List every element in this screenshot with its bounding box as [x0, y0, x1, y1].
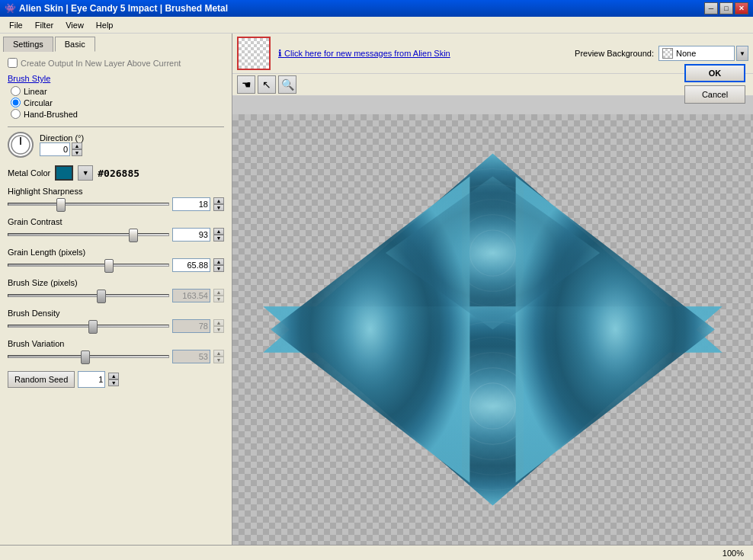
- brush-density-row: Brush Density ▲ ▼: [8, 309, 224, 333]
- linear-radio-row: Linear: [11, 86, 224, 96]
- brush-style-group: Linear Circular Hand-Brushed: [8, 86, 224, 119]
- menu-help[interactable]: Help: [90, 19, 120, 31]
- highlight-sharpness-spinner: ▲ ▼: [213, 197, 224, 211]
- menu-view[interactable]: View: [59, 19, 90, 31]
- brush-variation-control: ▲ ▼: [8, 350, 224, 363]
- bg-dropdown-arrow[interactable]: ▼: [736, 46, 748, 61]
- left-panel: Settings Basic Create Output In New Laye…: [0, 34, 232, 545]
- highlight-sharpness-down[interactable]: ▼: [213, 204, 224, 211]
- grain-length-thumb[interactable]: [104, 259, 114, 273]
- direction-label-group: Direction (°) ▲ ▼: [40, 133, 84, 156]
- ok-button[interactable]: OK: [684, 64, 745, 82]
- grain-contrast-row: Grain Contrast ▲ ▼: [8, 217, 224, 242]
- brush-density-down: ▼: [213, 326, 224, 333]
- grain-contrast-up[interactable]: ▲: [213, 228, 224, 235]
- direction-down-btn[interactable]: ▼: [72, 149, 82, 156]
- linear-label: Linear: [24, 87, 47, 96]
- app-icon: 👾: [5, 3, 16, 14]
- grain-length-control: ▲ ▼: [8, 258, 224, 272]
- brush-density-control: ▲ ▼: [8, 319, 224, 333]
- hand-brushed-radio-row: Hand-Brushed: [11, 109, 224, 119]
- bg-pattern-icon: [662, 48, 673, 59]
- grain-length-track[interactable]: [8, 264, 169, 267]
- ok-cancel-area: OK Cancel: [684, 64, 745, 104]
- right-panel: OK Cancel ℹ Click here for new messages …: [232, 34, 753, 545]
- brush-size-track: [8, 294, 169, 297]
- hand-brushed-label: Hand-Brushed: [24, 110, 78, 119]
- random-seed-up[interactable]: ▲: [108, 373, 119, 379]
- circular-radio[interactable]: [11, 98, 21, 107]
- grain-contrast-label: Grain Contrast: [8, 217, 224, 226]
- grain-contrast-down[interactable]: ▼: [213, 235, 224, 242]
- highlight-sharpness-track[interactable]: [8, 203, 169, 206]
- hand-brushed-radio[interactable]: [11, 109, 21, 119]
- zoom-tool-button[interactable]: 🔍: [278, 75, 296, 94]
- bg-select-box: None: [658, 46, 735, 61]
- linear-radio[interactable]: [11, 86, 21, 96]
- brush-size-thumb: [97, 290, 106, 303]
- grain-contrast-input[interactable]: [172, 228, 210, 242]
- metal-color-row: Metal Color ▼ #026885: [8, 165, 224, 181]
- maximize-button[interactable]: □: [719, 2, 733, 14]
- random-seed-down[interactable]: ▼: [108, 379, 119, 386]
- highlight-sharpness-row: Highlight Sharpness ▲ ▼: [8, 187, 224, 211]
- brush-variation-row: Brush Variation ▲ ▼: [8, 339, 224, 363]
- hand-tool-button[interactable]: ☚: [237, 75, 255, 94]
- grain-length-input[interactable]: [172, 258, 210, 272]
- direction-up-btn[interactable]: ▲: [72, 142, 82, 149]
- color-picker-button[interactable]: ▼: [78, 165, 93, 181]
- bg-select-group: None ▼: [658, 46, 748, 61]
- grain-length-spinner: ▲ ▼: [213, 258, 224, 272]
- metal-color-label: Metal Color: [8, 168, 50, 178]
- grain-length-up[interactable]: ▲: [213, 258, 224, 265]
- brush-variation-label: Brush Variation: [8, 339, 224, 348]
- tab-settings[interactable]: Settings: [3, 37, 53, 52]
- menu-file[interactable]: File: [3, 19, 29, 31]
- pointer-tool-button[interactable]: ↖: [258, 75, 276, 94]
- right-top-row: ℹ Click here for new messages from Alien…: [232, 34, 753, 74]
- grain-contrast-thumb[interactable]: [129, 229, 138, 242]
- random-seed-button[interactable]: Random Seed: [8, 371, 75, 388]
- brush-density-spinner: ▲ ▼: [213, 319, 224, 333]
- preview-background: [232, 114, 753, 545]
- create-output-checkbox[interactable]: [8, 58, 18, 68]
- header-strip: [232, 96, 753, 114]
- create-output-label: Create Output In New Layer Above Current: [21, 59, 181, 68]
- random-seed-row: Random Seed ▲ ▼: [8, 371, 224, 388]
- create-output-row: Create Output In New Layer Above Current: [8, 58, 224, 68]
- direction-input-group: ▲ ▼: [40, 142, 84, 156]
- cancel-button[interactable]: Cancel: [684, 85, 745, 104]
- panel-content: Create Output In New Layer Above Current…: [0, 52, 232, 545]
- brush-density-track: [8, 325, 169, 328]
- brush-variation-spinner: ▲ ▼: [213, 350, 224, 363]
- tab-basic[interactable]: Basic: [55, 37, 95, 52]
- metal-color-swatch[interactable]: [55, 165, 73, 181]
- message-link[interactable]: ℹ Click here for new messages from Alien…: [278, 48, 570, 59]
- minimize-button[interactable]: ─: [704, 2, 718, 14]
- preview-area: [232, 114, 753, 545]
- brush-size-control: ▲ ▼: [8, 289, 224, 302]
- highlight-sharpness-thumb[interactable]: [56, 198, 66, 212]
- grain-contrast-track[interactable]: [8, 233, 169, 236]
- brush-size-up: ▲: [213, 289, 224, 296]
- brush-variation-input: [172, 350, 210, 363]
- menu-bar: File Filter View Help: [0, 17, 753, 34]
- brush-variation-track: [8, 355, 169, 358]
- highlight-sharpness-input[interactable]: [172, 197, 210, 211]
- zoom-level: 100%: [723, 549, 744, 558]
- preview-bg-label: Preview Background:: [575, 49, 654, 58]
- grain-length-label: Grain Length (pixels): [8, 248, 224, 257]
- direction-input[interactable]: [40, 142, 70, 156]
- brush-density-up: ▲: [213, 319, 224, 326]
- direction-row: Direction (°) ▲ ▼: [8, 132, 224, 158]
- close-button[interactable]: ✕: [735, 2, 748, 14]
- brush-density-label: Brush Density: [8, 309, 224, 318]
- random-seed-input[interactable]: [78, 371, 105, 388]
- metal-preview-svg: [232, 114, 753, 545]
- grain-length-down[interactable]: ▼: [213, 265, 224, 272]
- brush-size-label: Brush Size (pixels): [8, 278, 224, 287]
- highlight-sharpness-up[interactable]: ▲: [213, 197, 224, 204]
- menu-filter[interactable]: Filter: [29, 19, 59, 31]
- title-text: Alien Skin | Eye Candy 5 Impact | Brushe…: [19, 3, 228, 14]
- title-bar: 👾 Alien Skin | Eye Candy 5 Impact | Brus…: [0, 0, 753, 17]
